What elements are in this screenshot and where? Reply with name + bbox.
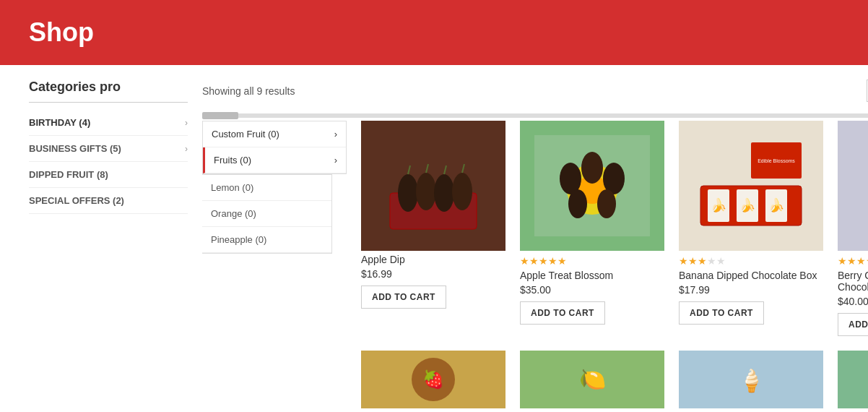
svg-text:🍌: 🍌 bbox=[739, 197, 756, 213]
scroll-bar[interactable] bbox=[202, 113, 868, 118]
product-card-bottom-1: 🍓 ★★★★★ bbox=[361, 351, 505, 412]
chevron-right-icon-business-gifts: › bbox=[185, 144, 188, 154]
sidebar-item-label-birthday: BIRTHDAY (4) bbox=[29, 117, 90, 128]
add-to-cart-berry[interactable]: ADD TO CART bbox=[838, 313, 868, 336]
sub-item-orange[interactable]: Orange (0) bbox=[202, 201, 331, 227]
product-name-apple-treat: Apple Treat Blossom bbox=[520, 270, 664, 281]
product-card-apple-dip: Apple Dip $16.99 ADD TO CART bbox=[361, 121, 505, 336]
product-image-bottom-3: 🍦 bbox=[679, 351, 823, 408]
content-area: Showing all 9 results Default sorting Cu… bbox=[202, 80, 868, 412]
svg-rect-47 bbox=[852, 351, 868, 408]
product-image-apple-treat bbox=[520, 121, 664, 251]
product-image-placeholder-apple-dip bbox=[361, 121, 505, 251]
sidebar-item-special-offers[interactable]: SPECIAL OFFERS (2) bbox=[29, 188, 188, 214]
sub-category-panel: Lemon (0) Orange (0) Pineapple (0) bbox=[202, 174, 332, 254]
chevron-right-icon-fruits: › bbox=[334, 155, 337, 166]
scroll-thumb[interactable] bbox=[202, 112, 238, 119]
svg-point-4 bbox=[434, 174, 454, 212]
product-image-placeholder-banana: 🍌 🍌 🍌 Edible Blossoms bbox=[679, 121, 823, 251]
sub-item-label-pineapple: Pineapple (0) bbox=[211, 234, 266, 245]
sidebar-item-label-dipped-fruit: DIPPED FRUIT (8) bbox=[29, 169, 108, 180]
sidebar-item-business-gifts[interactable]: BUSINESS GIFTS (5) › bbox=[29, 136, 188, 162]
product-name-apple-dip: Apple Dip bbox=[361, 254, 505, 265]
chevron-right-icon-birthday: › bbox=[185, 118, 188, 128]
top-bar: Showing all 9 results Default sorting bbox=[202, 80, 868, 102]
sub-item-label-lemon: Lemon (0) bbox=[211, 182, 253, 193]
product-card-bottom-3: 🍦 ★★★★★ bbox=[679, 351, 823, 412]
stars-berry: ★★★★★ bbox=[838, 255, 868, 267]
product-card-bottom-2: 🍋 ★★★★★ bbox=[520, 351, 664, 412]
sub-item-label-orange: Orange (0) bbox=[211, 208, 256, 219]
svg-text:Edible Blossoms: Edible Blossoms bbox=[758, 158, 795, 163]
main-container: Categories pro BIRTHDAY (4) › BUSINESS G… bbox=[0, 65, 868, 412]
sidebar-item-label-special-offers: SPECIAL OFFERS (2) bbox=[29, 195, 124, 206]
product-price-apple-dip: $16.99 bbox=[361, 268, 505, 280]
content-inner: Custom Fruit (0) › Fruits (0) › Lemon (0… bbox=[202, 121, 868, 412]
category-item-label-custom-fruit: Custom Fruit (0) bbox=[212, 129, 279, 140]
add-to-cart-apple-treat[interactable]: ADD TO CART bbox=[520, 301, 605, 325]
page-title: Shop bbox=[29, 17, 94, 48]
chevron-right-icon-custom-fruit: › bbox=[334, 129, 337, 140]
category-item-label-fruits: Fruits (0) bbox=[214, 155, 251, 166]
svg-point-3 bbox=[416, 173, 436, 210]
product-image-apple-dip bbox=[361, 121, 505, 251]
products-row-bottom: 🍓 ★★★★★ 🍋 bbox=[361, 351, 868, 412]
sidebar: Categories pro BIRTHDAY (4) › BUSINESS G… bbox=[29, 80, 188, 412]
sub-item-pineapple[interactable]: Pineapple (0) bbox=[202, 227, 331, 253]
svg-text:🍌: 🍌 bbox=[711, 197, 727, 213]
product-name-banana: Banana Dipped Chocolate Box bbox=[679, 270, 823, 281]
category-item-fruits[interactable]: Fruits (0) › bbox=[203, 147, 346, 173]
svg-text:🍌: 🍌 bbox=[768, 197, 785, 213]
sub-item-lemon[interactable]: Lemon (0) bbox=[202, 175, 331, 201]
svg-point-16 bbox=[568, 189, 587, 218]
products-row-top: Apple Dip $16.99 ADD TO CART bbox=[361, 121, 868, 336]
product-card-banana: 🍌 🍌 🍌 Edible Blossoms ★★★★★ bbox=[679, 121, 823, 336]
add-to-cart-banana[interactable]: ADD TO CART bbox=[679, 301, 764, 325]
sidebar-item-dipped-fruit[interactable]: DIPPED FRUIT (8) bbox=[29, 162, 188, 188]
product-card-berry: Showing Large ★★★★★ Berry Celebration wi… bbox=[838, 121, 868, 336]
product-image-bottom-1: 🍓 bbox=[361, 351, 505, 408]
svg-point-5 bbox=[452, 173, 472, 210]
svg-rect-28 bbox=[852, 135, 868, 236]
product-image-placeholder-berry: Showing Large bbox=[838, 121, 868, 251]
product-image-placeholder-apple-treat bbox=[520, 121, 664, 251]
product-image-berry: Showing Large bbox=[838, 121, 868, 251]
product-image-banana: 🍌 🍌 🍌 Edible Blossoms bbox=[679, 121, 823, 251]
svg-point-2 bbox=[398, 174, 418, 212]
svg-point-15 bbox=[581, 152, 603, 184]
category-item-custom-fruit[interactable]: Custom Fruit (0) › bbox=[203, 121, 346, 147]
product-card-bottom-4: 🍉 Sale! ★★★★★ bbox=[838, 351, 868, 412]
svg-text:🍓: 🍓 bbox=[422, 369, 444, 390]
svg-text:🍦: 🍦 bbox=[738, 368, 765, 394]
product-price-berry: $40.00 bbox=[838, 296, 868, 307]
product-name-berry: Berry Celebration with Chocolate Dip bbox=[838, 270, 868, 293]
sidebar-item-label-business-gifts: BUSINESS GIFTS (5) bbox=[29, 143, 121, 154]
stars-apple-treat: ★★★★★ bbox=[520, 255, 567, 267]
svg-text:🍋: 🍋 bbox=[579, 366, 607, 392]
results-count: Showing all 9 results bbox=[202, 85, 295, 97]
product-price-banana: $17.99 bbox=[679, 284, 823, 296]
svg-point-17 bbox=[597, 189, 616, 218]
product-card-apple-treat: ★★★★★ Apple Treat Blossom $35.00 ADD TO … bbox=[520, 121, 664, 336]
product-image-bottom-4: 🍉 bbox=[838, 351, 868, 408]
page-header: Shop bbox=[0, 0, 868, 65]
product-image-bottom-2: 🍋 bbox=[520, 351, 664, 408]
products-area: Apple Dip $16.99 ADD TO CART bbox=[347, 121, 868, 412]
sidebar-item-birthday[interactable]: BIRTHDAY (4) › bbox=[29, 110, 188, 136]
category-panel: Custom Fruit (0) › Fruits (0) › bbox=[202, 121, 347, 174]
add-to-cart-apple-dip[interactable]: ADD TO CART bbox=[361, 286, 446, 309]
product-price-apple-treat: $35.00 bbox=[520, 284, 664, 296]
category-dropdown: Custom Fruit (0) › Fruits (0) › Lemon (0… bbox=[202, 121, 347, 412]
stars-banana: ★★★ bbox=[679, 255, 707, 267]
stars-banana-empty: ★★ bbox=[707, 255, 726, 267]
sidebar-title: Categories pro bbox=[29, 80, 188, 103]
